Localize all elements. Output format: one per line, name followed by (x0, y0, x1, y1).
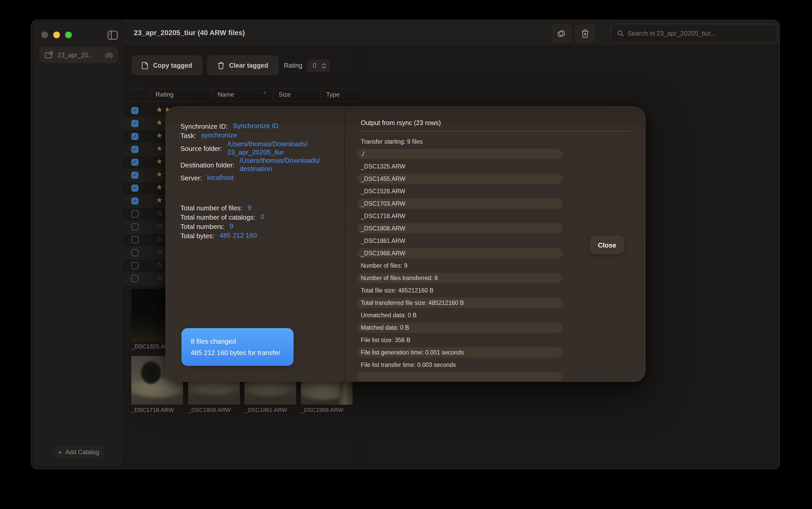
close-button-label: Close (598, 241, 616, 249)
rsync-output-text: File list transfer time: 0.003 seconds (357, 362, 456, 368)
row-checkbox-unchecked[interactable] (131, 249, 138, 256)
sync-total-row: Total number of catalogs:0 (180, 212, 335, 222)
close-button[interactable]: Close (590, 236, 624, 254)
row-rating-stars[interactable]: ☆ (156, 222, 164, 230)
window-zoom-button[interactable] (65, 32, 72, 38)
rsync-output-text: Number of files transferred: 8 (357, 275, 438, 281)
copy-tagged-label: Copy tagged (153, 62, 192, 69)
table-header-bottom-line (123, 101, 360, 102)
rsync-output-text: _DSC1528.ARW (357, 188, 405, 194)
row-checkbox-checked[interactable]: ✓ (131, 197, 138, 205)
folder-plus-icon (44, 51, 53, 59)
row-checkbox-unchecked[interactable] (131, 275, 138, 282)
window-title: 23_apr_20205_tiur (40 ARW files) (134, 29, 245, 37)
sync-field: Destination folder:/Users/thomas/Downloa… (180, 157, 335, 173)
row-checkbox-checked[interactable]: ✓ (131, 146, 138, 153)
row-checkbox-unchecked[interactable] (131, 223, 138, 231)
rsync-output-row: Number of files: 9 (357, 260, 562, 272)
rsync-output-text: _DSC1718.ARW (357, 213, 405, 219)
column-header-rating[interactable]: Rating (156, 91, 173, 98)
sidebar-item-catalog[interactable]: 23_apr_20... (8) (39, 47, 118, 63)
sync-total-value: 485 212 160 (220, 232, 257, 240)
sync-field: Task:synchronize (180, 131, 335, 140)
transfer-summary-badge: 8 files changed 485 212 160 bytes for tr… (181, 328, 294, 366)
rating-value: 0 (313, 62, 322, 69)
trash-restore-button[interactable] (575, 24, 596, 43)
desktop: 23_apr_20... (8) + Add Catalog 23_apr_20… (0, 0, 812, 509)
rsync-output-row: Matched data: 0 B (357, 321, 562, 334)
add-catalog-button[interactable]: + Add Catalog (53, 446, 104, 458)
rsync-output-row: Transfer starting: 9 files (357, 135, 562, 148)
sync-field-value-link[interactable]: /Users/thomas/Downloads/23_apr_20205_tiu… (228, 140, 308, 157)
row-checkbox-checked[interactable]: ✓ (131, 184, 138, 192)
rsync-output-text: _DSC1968.ARW (357, 250, 405, 256)
rating-stepper[interactable]: 0 (307, 60, 330, 72)
sync-field-value-link[interactable]: Synchronize ID (233, 122, 279, 130)
table-header: Rating Name ^ Size Type (123, 88, 360, 101)
window-minimize-button[interactable] (53, 32, 60, 38)
window-close-button[interactable] (41, 32, 48, 38)
column-header-type[interactable]: Type (326, 91, 340, 98)
rsync-output-text: Total file size: 485212160 B (357, 287, 433, 294)
rsync-output-text: ./ (357, 151, 364, 157)
row-checkbox-checked[interactable]: ✓ (131, 159, 138, 166)
row-checkbox-checked[interactable]: ✓ (131, 133, 138, 140)
rsync-output-row: File list size: 356 B (357, 334, 562, 346)
rsync-output-list: Transfer starting: 9 files./_DSC1325.ARW… (357, 135, 562, 382)
rsync-output-row: _DSC1325.ARW (357, 160, 562, 173)
sync-info-fields: Synchronize ID:Synchronize IDTask:synchr… (180, 122, 335, 182)
rsync-output-row: File list generation time: 0.001 seconds (357, 346, 562, 359)
sort-caret-icon: ^ (264, 91, 266, 97)
rsync-output-separator (360, 131, 631, 131)
thumbnail-filename: _DSC1808.ARW (188, 407, 231, 413)
row-rating-stars[interactable]: ☆ (156, 273, 164, 282)
row-checkbox-unchecked[interactable] (131, 236, 138, 243)
rsync-output-row: File list transfer time: 0.003 seconds (357, 359, 562, 371)
sync-field: Source folder:/Users/thomas/Downloads/23… (180, 140, 335, 157)
rsync-output-row: _DSC1528.ARW (357, 185, 562, 197)
row-checkbox-unchecked[interactable] (131, 210, 138, 217)
sidebar-item-label: 23_apr_20... (57, 52, 101, 59)
rating-label: Rating (284, 62, 302, 69)
rsync-output-text: File list generation time: 0.001 seconds (357, 349, 464, 355)
sync-field-value-link[interactable]: localhost (207, 174, 234, 182)
row-checkbox-checked[interactable]: ✓ (131, 120, 138, 127)
trash-arrow-up-icon (581, 29, 589, 38)
rsync-output-row: Unmatched data: 0 B (357, 309, 562, 321)
sync-total-label: Total numbers: (180, 223, 225, 230)
row-rating-stars[interactable]: ☆ (156, 235, 164, 243)
sync-total-value: 9 (230, 222, 233, 231)
sidebar: 23_apr_20... (8) + Add Catalog (34, 22, 123, 466)
rsync-output-text: Total transferred file size: 485212160 B (357, 300, 464, 306)
rsync-output-text: _DSC1861.ARW (357, 238, 405, 244)
sync-total-row: Total number of files:9 (180, 203, 335, 212)
search-input[interactable]: Search in 23_apr_20205_tiur... (610, 24, 777, 43)
column-header-name[interactable]: Name (217, 91, 234, 98)
search-icon (617, 30, 624, 37)
rsync-output-row: Total file size: 485212160 B (357, 284, 562, 297)
clear-tagged-button[interactable]: Clear tagged (207, 55, 279, 75)
sync-field: Server:localhost (180, 173, 335, 182)
rsync-output-row: Total transferred file size: 485212160 B (357, 297, 562, 309)
rsync-output-row: Number of files transferred: 8 (357, 272, 562, 284)
sync-field-value-link[interactable]: /Users/thomas/Downloads/destination (240, 157, 320, 173)
rsync-output-text: Number of files: 9 (357, 263, 407, 269)
row-checkbox-checked[interactable]: ✓ (131, 107, 138, 114)
duplicate-files-button[interactable] (551, 24, 572, 43)
sync-field-label: Destination folder: (180, 161, 235, 169)
document-copy-icon (142, 62, 148, 69)
row-checkbox-unchecked[interactable] (131, 262, 138, 269)
row-rating-stars[interactable]: ☆ (156, 261, 164, 269)
row-rating-stars[interactable]: ☆ (156, 247, 164, 256)
sync-field-value-link[interactable]: synchronize (201, 131, 237, 139)
sync-field-label: Server: (180, 174, 202, 182)
clear-tagged-label: Clear tagged (229, 62, 268, 69)
row-rating-stars[interactable]: ☆ (156, 209, 164, 217)
stepper-chevrons-icon (322, 63, 326, 68)
column-header-size[interactable]: Size (279, 91, 291, 98)
sync-total-row: Total numbers:9 (180, 222, 335, 231)
row-checkbox-checked[interactable]: ✓ (131, 172, 138, 179)
trash-icon (217, 62, 224, 69)
copy-tagged-button[interactable]: Copy tagged (131, 55, 203, 75)
sidebar-toggle-icon[interactable] (107, 31, 118, 40)
